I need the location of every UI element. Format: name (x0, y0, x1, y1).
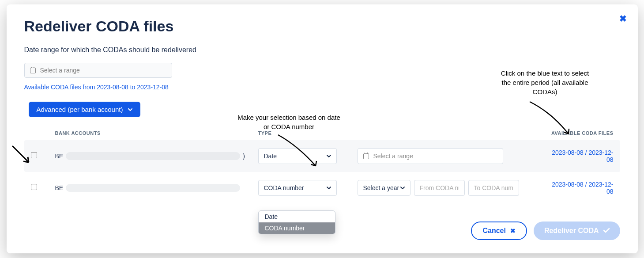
account-cell: BE (55, 184, 258, 192)
redeliver-label: Redeliver CODA (544, 227, 599, 235)
account-cell: BE ) (55, 152, 258, 160)
account-prefix: BE (55, 184, 64, 191)
modal-title: Redeliver CODA files (24, 18, 620, 35)
calendar-icon (30, 68, 36, 73)
advanced-button-label: Advanced (per bank account) (37, 106, 123, 113)
account-redacted (66, 184, 240, 192)
cancel-button[interactable]: Cancel ✖ (471, 222, 527, 240)
type-select[interactable]: CODA number (258, 180, 337, 196)
modal-subtitle: Date range for which the CODAs should be… (24, 46, 620, 54)
calendar-icon (363, 153, 369, 159)
from-coda-input[interactable] (414, 180, 465, 196)
annotation-available: Click on the blue text to select the ent… (497, 69, 594, 96)
row-date-range-input[interactable]: Select a range (358, 148, 503, 164)
redeliver-button[interactable]: Redeliver CODA (534, 222, 620, 240)
col-bank-accounts: BANK ACCOUNTS (55, 130, 258, 136)
chevron-down-icon (128, 108, 132, 111)
chevron-down-icon (400, 187, 405, 189)
col-available: AVAILABLE CODA FILES (547, 130, 614, 136)
available-files-link[interactable]: Available CODA files from 2023-08-08 to … (24, 84, 169, 91)
dropdown-option-coda-number[interactable]: CODA number (259, 222, 335, 234)
type-value: Date (264, 153, 277, 160)
chevron-down-icon (327, 187, 331, 189)
year-placeholder: Select a year (363, 184, 399, 191)
row-range-placeholder: Select a range (373, 153, 413, 160)
close-icon[interactable]: ✖ (619, 13, 627, 24)
redeliver-modal: ✖ Redeliver CODA files Date range for wh… (7, 4, 638, 253)
cancel-label: Cancel (482, 227, 505, 235)
available-range-link[interactable]: 2023-08-08 / 2023-12-08 (547, 181, 614, 195)
available-range-link[interactable]: 2023-08-08 / 2023-12-08 (547, 149, 614, 163)
range-placeholder: Select a range (40, 67, 80, 74)
type-dropdown: Date CODA number (258, 210, 335, 234)
to-coda-input[interactable] (468, 180, 519, 196)
type-value: CODA number (264, 184, 304, 191)
account-suffix: ) (243, 153, 245, 160)
type-select[interactable]: Date (258, 148, 337, 164)
date-range-input[interactable]: Select a range (24, 63, 172, 78)
account-redacted (66, 152, 240, 160)
row-checkbox[interactable] (31, 152, 37, 158)
table-row: BE ) Date Select a range 2023-08-08 / 20… (24, 140, 620, 172)
advanced-toggle-button[interactable]: Advanced (per bank account) (29, 102, 141, 117)
row-checkbox[interactable] (31, 184, 37, 190)
chevron-down-icon (327, 155, 331, 157)
dropdown-option-date[interactable]: Date (259, 211, 335, 222)
account-prefix: BE (55, 153, 64, 160)
check-icon (603, 227, 610, 235)
col-type: TYPE (258, 130, 358, 136)
close-icon: ✖ (510, 227, 516, 234)
table-row: BE CODA number Select a year (24, 172, 620, 204)
year-select[interactable]: Select a year (358, 180, 411, 196)
table-header-row: BANK ACCOUNTS TYPE AVAILABLE CODA FILES (24, 130, 620, 140)
